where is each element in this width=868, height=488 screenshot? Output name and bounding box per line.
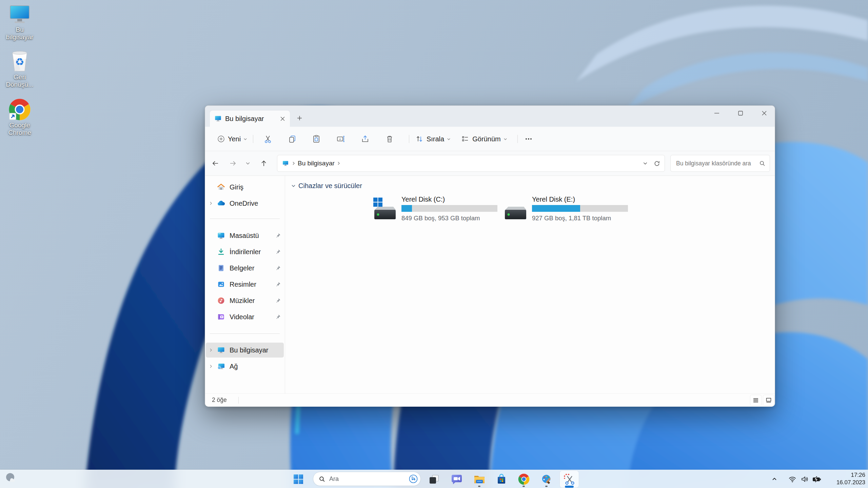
- wifi-icon[interactable]: [787, 473, 798, 485]
- pin-icon: [272, 281, 284, 287]
- view-label: Görünüm: [472, 135, 500, 143]
- clipboard-icon: [312, 135, 321, 143]
- sidebar-item-music[interactable]: Müzikler: [206, 293, 284, 308]
- desktop-icon-label: Dönüşü...: [2, 81, 37, 88]
- maximize-button[interactable]: [730, 106, 751, 120]
- pictures-icon: [216, 280, 226, 288]
- sort-label: Sırala: [427, 135, 444, 143]
- breadcrumb[interactable]: Bu bilgisayar: [277, 155, 665, 172]
- chrome-button[interactable]: [516, 471, 532, 487]
- hard-drive-icon: [503, 197, 528, 221]
- search-icon[interactable]: [756, 157, 768, 169]
- recycle-bin-icon: ♻: [2, 49, 37, 73]
- task-view-icon: [429, 474, 439, 485]
- paste-button[interactable]: [309, 131, 324, 146]
- chevron-right-icon[interactable]: [206, 348, 216, 352]
- sidebar-item-home[interactable]: Giriş: [206, 180, 284, 195]
- desktop-icon-recycle-bin[interactable]: ♻ Geri Dönüşü...: [2, 49, 37, 88]
- large-thumbnails-view-toggle[interactable]: [763, 395, 774, 405]
- navigation-pane: Giriş OneDrive: [205, 176, 285, 393]
- sidebar-item-this-pc[interactable]: Bu bilgisayar: [206, 343, 284, 358]
- address-dropdown-chevron-icon[interactable]: [639, 158, 651, 169]
- share-button[interactable]: [358, 131, 373, 146]
- details-view-toggle[interactable]: [750, 395, 761, 405]
- up-button[interactable]: [258, 157, 270, 169]
- explorer-search-input[interactable]: [675, 160, 756, 167]
- taskbar-search[interactable]: [313, 472, 421, 486]
- sidebar-item-desktop[interactable]: Masaüstü: [206, 228, 284, 243]
- sidebar-item-pictures[interactable]: Resimler: [206, 277, 284, 292]
- bing-icon: [409, 474, 418, 483]
- sidebar-item-onedrive[interactable]: OneDrive: [206, 196, 284, 211]
- videos-icon: [216, 313, 226, 321]
- back-button[interactable]: [209, 157, 221, 169]
- file-explorer-button[interactable]: [472, 471, 487, 487]
- close-button[interactable]: [753, 106, 775, 120]
- view-button[interactable]: Görünüm: [455, 131, 513, 146]
- breadcrumb-segment-this-pc[interactable]: Bu bilgisayar: [298, 160, 335, 167]
- sort-button[interactable]: Sırala: [413, 131, 453, 146]
- refresh-icon[interactable]: [651, 158, 663, 169]
- delete-button[interactable]: [382, 131, 397, 146]
- status-bar: 2 öğe: [205, 393, 775, 407]
- sidebar-item-documents[interactable]: Belgeler: [206, 261, 284, 276]
- tab-strip: Bu bilgisayar: [205, 106, 775, 127]
- new-button[interactable]: Yeni: [212, 131, 253, 146]
- paint-button[interactable]: [539, 471, 554, 487]
- paint-icon: [541, 473, 552, 485]
- clock-date: 16.07.2023: [831, 479, 865, 486]
- list-view-icon: [753, 397, 759, 403]
- minimize-button[interactable]: [706, 106, 728, 120]
- chat-icon: [451, 473, 462, 485]
- clock-time: 17:26: [831, 471, 865, 479]
- tab-this-pc[interactable]: Bu bilgisayar: [210, 110, 290, 127]
- desktop-icon-this-pc[interactable]: Bu bilgisayar: [2, 2, 37, 41]
- chrome-icon: [2, 98, 37, 121]
- microsoft-store-button[interactable]: [494, 471, 509, 487]
- chevron-right-icon[interactable]: [206, 201, 216, 205]
- tray-chevron-up-icon[interactable]: [769, 473, 780, 485]
- sidebar-item-downloads[interactable]: İndirilenler: [206, 244, 284, 259]
- store-icon: [496, 473, 507, 485]
- taskbar-search-input[interactable]: [329, 475, 409, 483]
- scissors-icon: [263, 135, 272, 143]
- svg-text:A: A: [339, 138, 341, 141]
- taskbar-clock[interactable]: 17:26 16.07.2023: [831, 471, 865, 486]
- forward-button[interactable]: [227, 157, 239, 169]
- pin-icon: [272, 249, 284, 255]
- desktop-icon-google-chrome[interactable]: Google Chrome: [2, 98, 37, 137]
- sidebar-item-network[interactable]: Ağ: [206, 359, 284, 374]
- tab-close-icon[interactable]: [278, 114, 287, 123]
- drive-tile-e[interactable]: Yerel Disk (E:) 927 GB boş, 1,81 TB topl…: [503, 195, 633, 225]
- drive-tile-c[interactable]: Yerel Disk (C:) 849 GB boş, 953 GB topla…: [373, 195, 502, 225]
- chevron-down-icon: [243, 137, 247, 141]
- new-tab-button[interactable]: [295, 113, 304, 123]
- cut-button[interactable]: [260, 131, 275, 146]
- view-list-icon: [461, 135, 469, 143]
- volume-icon[interactable]: [799, 473, 810, 485]
- item-count: 2 öğe: [212, 396, 227, 404]
- section-devices-and-drives[interactable]: Cihazlar ve sürücüler: [291, 182, 362, 190]
- rename-button[interactable]: A: [333, 131, 348, 146]
- pin-icon: [272, 265, 284, 271]
- svg-text:♻: ♻: [15, 56, 24, 67]
- new-label: Yeni: [228, 135, 241, 143]
- start-button[interactable]: [291, 471, 306, 487]
- chevron-right-icon[interactable]: [206, 364, 216, 368]
- snipping-tool-active-tile[interactable]: [560, 471, 579, 488]
- document-icon: [216, 264, 226, 272]
- recent-locations-chevron-icon[interactable]: [242, 157, 254, 169]
- drive-usage-fill: [532, 205, 580, 212]
- chat-button[interactable]: [449, 471, 465, 487]
- battery-charging-icon[interactable]: [811, 473, 823, 485]
- trash-icon: [385, 135, 394, 143]
- copy-icon: [288, 135, 297, 143]
- onedrive-cloud-icon: [216, 199, 226, 208]
- copy-button[interactable]: [285, 131, 300, 146]
- sidebar-item-videos[interactable]: Videolar: [206, 309, 284, 324]
- more-options-button[interactable]: [520, 131, 537, 146]
- task-view-button[interactable]: [426, 471, 442, 487]
- widgets-weather-button[interactable]: [4, 471, 18, 485]
- ellipsis-icon: [525, 135, 533, 143]
- desktop-icon-label: Geri: [2, 74, 37, 81]
